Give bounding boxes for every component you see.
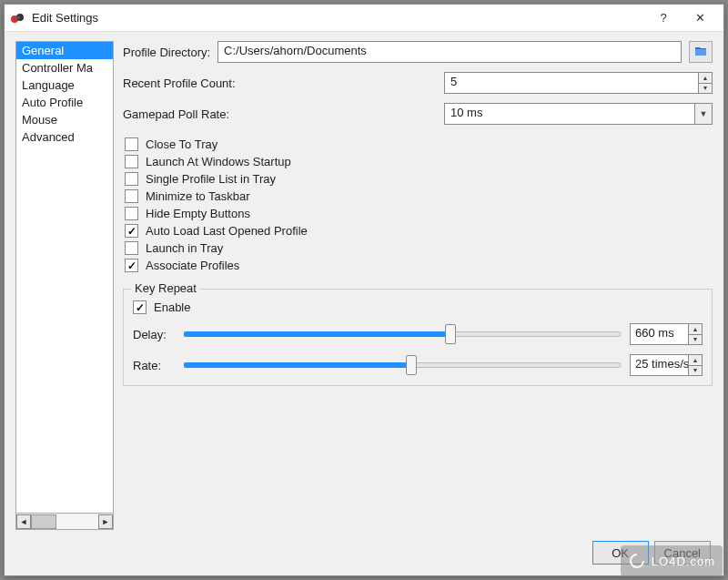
recent-profile-count-down[interactable]: ▼ (698, 83, 713, 95)
svg-rect-2 (16, 16, 20, 19)
single-profile-list-label: Single Profile List in Tray (146, 172, 276, 186)
key-repeat-enable-label: Enable (154, 300, 190, 314)
delay-up[interactable]: ▲ (688, 323, 703, 334)
rate-value-input[interactable]: 25 times/s (630, 354, 688, 376)
recent-profile-count-up[interactable]: ▲ (698, 72, 713, 83)
auto-load-last-profile-label: Auto Load Last Opened Profile (146, 224, 308, 238)
profile-directory-input[interactable]: C:/Users/ahorn/Documents (217, 41, 682, 63)
close-to-tray-checkbox[interactable] (125, 137, 138, 151)
delay-label: Delay: (133, 328, 175, 341)
single-profile-list-checkbox[interactable] (125, 172, 138, 186)
sidebar-item-advanced[interactable]: Advanced (16, 128, 113, 146)
auto-load-last-profile-checkbox[interactable]: ✓ (125, 224, 138, 238)
help-button[interactable]: ? (645, 5, 682, 31)
titlebar: Edit Settings ? ✕ (5, 5, 723, 32)
rate-slider-thumb[interactable] (406, 355, 417, 375)
key-repeat-enable-checkbox[interactable]: ✓ (133, 300, 147, 314)
delay-slider-thumb[interactable] (445, 324, 456, 344)
sidebar-item-general[interactable]: General (16, 42, 113, 59)
delay-down[interactable]: ▼ (688, 334, 703, 346)
window-title: Edit Settings (32, 11, 645, 25)
ok-button[interactable]: OK (592, 541, 649, 565)
sidebar-item-controller-mappings[interactable]: Controller Ma (16, 59, 113, 76)
sidebar-item-language[interactable]: Language (16, 76, 113, 94)
rate-label: Rate: (133, 359, 175, 372)
launch-in-tray-label: Launch in Tray (146, 241, 223, 255)
app-icon (10, 11, 25, 25)
minimize-to-taskbar-label: Minimize to Taskbar (146, 189, 250, 203)
sidebar-item-mouse[interactable]: Mouse (16, 111, 113, 128)
close-to-tray-label: Close To Tray (146, 137, 217, 151)
folder-icon (694, 46, 707, 59)
associate-profiles-label: Associate Profiles (146, 259, 239, 272)
delay-slider[interactable] (184, 325, 621, 343)
rate-slider[interactable] (184, 356, 621, 374)
scroll-left-button[interactable]: ◄ (16, 514, 31, 529)
gamepad-poll-rate-dropdown-button[interactable]: ▼ (694, 103, 713, 125)
settings-dialog: Edit Settings ? ✕ General Controller Ma … (4, 4, 724, 576)
launch-at-startup-label: Launch At Windows Startup (146, 155, 291, 168)
recent-profile-count-input[interactable]: 5 (444, 72, 698, 94)
profile-directory-label: Profile Directory: (123, 46, 210, 59)
launch-in-tray-checkbox[interactable] (125, 241, 138, 255)
gamepad-poll-rate-select[interactable]: 10 ms (444, 103, 694, 125)
category-list[interactable]: General Controller Ma Language Auto Prof… (15, 41, 114, 514)
dialog-footer: OK Cancel (5, 530, 723, 575)
scroll-track[interactable] (31, 514, 98, 529)
gamepad-poll-rate-label: Gamepad Poll Rate: (123, 107, 278, 121)
cancel-button[interactable]: Cancel (654, 541, 711, 565)
close-button[interactable]: ✕ (682, 5, 718, 31)
minimize-to-taskbar-checkbox[interactable] (125, 189, 138, 203)
delay-value-input[interactable]: 660 ms (630, 323, 688, 345)
hide-empty-buttons-label: Hide Empty Buttons (146, 207, 250, 220)
sidebar-horizontal-scrollbar[interactable]: ◄ ► (15, 514, 114, 530)
recent-profile-count-label: Recent Profile Count: (123, 76, 278, 90)
hide-empty-buttons-checkbox[interactable] (125, 207, 138, 220)
sidebar-item-auto-profile[interactable]: Auto Profile (16, 94, 113, 111)
rate-up[interactable]: ▲ (688, 354, 703, 365)
general-settings-panel: Profile Directory: C:/Users/ahorn/Docume… (123, 41, 713, 530)
key-repeat-group: Key Repeat ✓ Enable Delay: 660 ms (123, 289, 713, 386)
checkbox-list: Close To Tray Launch At Windows Startup … (123, 134, 713, 276)
associate-profiles-checkbox[interactable]: ✓ (125, 259, 138, 272)
scroll-thumb[interactable] (31, 514, 56, 529)
scroll-right-button[interactable]: ► (98, 514, 113, 529)
browse-directory-button[interactable] (689, 41, 713, 63)
category-sidebar: General Controller Ma Language Auto Prof… (15, 41, 114, 530)
launch-at-startup-checkbox[interactable] (125, 155, 138, 168)
rate-down[interactable]: ▼ (688, 365, 703, 377)
key-repeat-title: Key Repeat (131, 281, 200, 295)
